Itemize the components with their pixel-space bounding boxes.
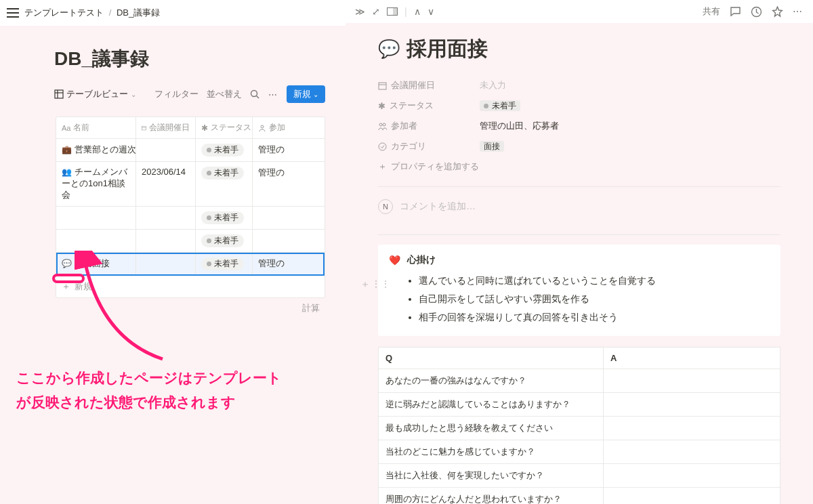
briefcase-icon: 💼 (62, 145, 72, 154)
column-header-participants[interactable]: 参加 (253, 117, 325, 138)
search-icon[interactable] (250, 89, 260, 100)
property-category[interactable]: カテゴリ 面接 (378, 136, 780, 156)
column-header-date[interactable]: 会議開催日 (136, 117, 196, 138)
table-row[interactable]: 当社のどこに魅力を感じていますか？ (379, 440, 780, 464)
add-property-button[interactable]: ＋プロパティを追加する (378, 156, 780, 177)
nav-down-icon[interactable]: ∨ (428, 6, 434, 17)
table-row[interactable]: 当社に入社後、何を実現したいですか？ (379, 464, 780, 488)
menu-icon[interactable] (7, 8, 19, 18)
heart-icon: ❤️ (389, 255, 400, 266)
table-row[interactable]: あなたの一番の強みはなんですか？ (379, 369, 780, 393)
table-row[interactable]: 👥チームメンバーとの1on1相談会 2023/06/14 未着手 管理の (56, 162, 325, 207)
breadcrumb[interactable]: テンプレートテスト / DB_議事録 (24, 7, 160, 19)
property-date[interactable]: 会議開催日 未入力 (378, 75, 780, 96)
table-row[interactable]: 未着手 (56, 230, 325, 253)
chat-icon: 💬 (62, 259, 72, 268)
list-item[interactable]: 自己開示をして話しやすい雰囲気を作る (419, 290, 770, 308)
comment-icon[interactable] (730, 6, 741, 18)
property-status[interactable]: ✱ステータス 未着手 (378, 96, 780, 116)
table-row[interactable]: 💼営業部との週次定例 未着手 管理の (56, 139, 325, 162)
new-button[interactable]: 新規 ⌄ (287, 85, 325, 103)
svg-rect-9 (393, 8, 398, 16)
svg-rect-0 (55, 90, 63, 98)
svg-rect-5 (142, 126, 146, 129)
database-table: Aa名前 会議開催日 ✱ステータス 参加 💼営業部との週次定例 未着手 管理の … (56, 117, 325, 298)
star-icon[interactable] (772, 6, 783, 18)
status-icon: ✱ (378, 101, 385, 111)
person-icon (258, 124, 266, 132)
more-icon[interactable]: ⋯ (268, 89, 278, 100)
avatar: N (378, 199, 393, 214)
table-row[interactable]: 周囲の方にどんな人だと思われていますか？ (379, 488, 780, 505)
breadcrumb-current[interactable]: DB_議事録 (117, 7, 160, 18)
svg-point-15 (379, 143, 386, 150)
filter-button[interactable]: フィルター (154, 88, 199, 100)
page-title[interactable]: 採用面接 (406, 35, 488, 63)
database-title[interactable]: DB_議事録 (54, 46, 325, 72)
property-participants[interactable]: 参加者 管理の山田、応募者 (378, 116, 780, 136)
block-handle[interactable]: ＋⋮⋮ (360, 278, 390, 291)
callout-block[interactable]: ＋⋮⋮ ❤️心掛け 選んでいると同時に選ばれているということを自覚する 自己開示… (378, 245, 780, 336)
svg-point-3 (251, 90, 257, 96)
table-row-selected[interactable]: 💬採用面接 未着手 管理の (56, 253, 325, 276)
peek-icon[interactable] (387, 7, 398, 16)
svg-point-13 (379, 123, 382, 126)
calculate-button[interactable]: 計算 (56, 298, 325, 318)
new-row-button[interactable]: ＋ 新規 (56, 276, 325, 297)
table-row[interactable]: 未着手 (56, 207, 325, 230)
chevron-down-icon: ⌄ (313, 91, 318, 98)
list-item[interactable]: 選んでいると同時に選ばれているということを自覚する (419, 272, 770, 290)
column-header-name[interactable]: Aa名前 (56, 117, 136, 138)
nav-up-icon[interactable]: ∧ (414, 6, 421, 17)
list-item[interactable]: 相手の回答を深堀りして真の回答を引き出そう (419, 308, 770, 327)
breadcrumb-parent[interactable]: テンプレートテスト (24, 7, 104, 18)
svg-point-14 (383, 123, 385, 126)
column-header-status[interactable]: ✱ステータス (196, 117, 253, 138)
people-icon: 👥 (62, 167, 72, 177)
add-comment[interactable]: N コメントを追加… (378, 196, 780, 225)
people-icon (378, 122, 387, 131)
divider: | (404, 6, 407, 17)
calendar-icon (378, 81, 387, 90)
breadcrumb-separator: / (109, 7, 112, 18)
page-icon[interactable]: 💬 (378, 39, 400, 60)
table-icon (54, 89, 64, 99)
plus-icon: ＋ (62, 280, 70, 293)
view-selector[interactable]: テーブルビュー ⌄ (54, 88, 136, 100)
share-button[interactable]: 共有 (703, 5, 720, 18)
svg-line-4 (257, 96, 259, 98)
sort-button[interactable]: 並べ替え (207, 88, 242, 100)
table-row[interactable]: 逆に弱みだと認識していることはありますか？ (379, 393, 780, 417)
collapse-icon[interactable]: ≫ (355, 6, 365, 17)
column-header-q[interactable]: Q (379, 348, 604, 369)
clock-icon[interactable] (751, 6, 762, 18)
calendar-icon (142, 124, 146, 132)
status-icon: ✱ (201, 123, 208, 133)
plus-icon: ＋ (378, 161, 387, 173)
svg-rect-11 (379, 83, 386, 89)
drag-handle-icon[interactable]: ⋮⋮ (371, 278, 390, 291)
table-row[interactable]: 最も成功したと思う経験を教えてください (379, 417, 780, 440)
column-header-a[interactable]: A (604, 348, 780, 369)
expand-icon[interactable]: ⤢ (372, 6, 380, 17)
plus-icon[interactable]: ＋ (360, 278, 370, 291)
svg-point-7 (261, 125, 264, 128)
annotation-text: ここから作成したページはテンプレート が反映された状態で作成されます (16, 366, 282, 414)
qa-table[interactable]: QA あなたの一番の強みはなんですか？ 逆に弱みだと認識していることはありますか… (378, 347, 780, 504)
chevron-down-icon: ⌄ (131, 91, 136, 98)
select-icon (378, 142, 387, 151)
more-icon[interactable]: ⋯ (793, 6, 804, 17)
